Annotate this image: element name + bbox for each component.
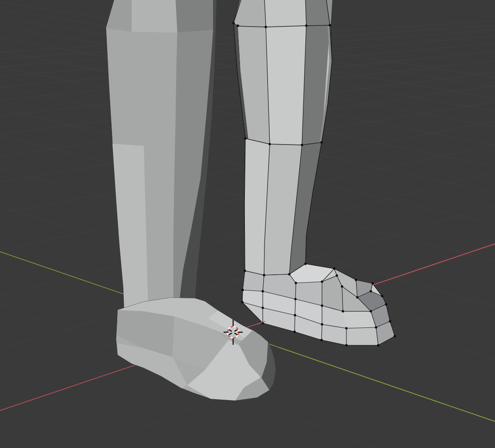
right-leg-facet-top-right [305,0,330,25]
right-foot-facet-cap-front-bright [343,311,376,328]
right-leg-facet-top-center [264,0,306,26]
mesh-vertex[interactable] [370,310,372,312]
mesh-vertex[interactable] [321,323,323,325]
mesh-vertex[interactable] [294,314,296,316]
mesh-vertex[interactable] [356,296,358,298]
right-leg-facet-mid-center [266,25,306,145]
mesh-vertex[interactable] [355,279,357,281]
mesh-vertex[interactable] [371,282,373,284]
mesh-vertex[interactable] [241,289,244,291]
mesh-vertex[interactable] [345,327,347,329]
mesh-vertex[interactable] [329,24,331,26]
mesh-vertex[interactable] [263,274,265,276]
mesh-vertex[interactable] [241,301,243,303]
mesh-vertex[interactable] [385,303,387,305]
mesh-vertex[interactable] [304,263,306,265]
mesh-vertex[interactable] [288,273,290,275]
viewport-container [0,0,495,448]
mesh-vertex[interactable] [237,24,239,27]
mesh-vertex[interactable] [261,307,264,309]
mesh-vertex[interactable] [333,267,335,269]
mesh-vertex[interactable] [232,22,234,24]
mesh-vertex[interactable] [393,335,396,337]
mesh-vertex[interactable] [389,320,391,322]
mesh-vertex[interactable] [244,269,246,272]
mesh-vertex[interactable] [294,298,296,300]
left-leg-facet-top-center [132,0,177,33]
mesh-vertex[interactable] [320,339,322,341]
mesh-vertex[interactable] [377,344,379,346]
blender-3d-viewport[interactable] [0,0,495,448]
mesh-vertex[interactable] [336,274,338,276]
left-leg-facet-top-right [176,0,213,33]
right-foot-facet-cap-bottom [346,327,378,345]
mesh-vertex[interactable] [381,295,383,297]
mesh-vertex[interactable] [345,344,347,346]
mesh-vertex[interactable] [301,144,303,146]
mesh-vertex[interactable] [268,143,271,145]
mesh-vertex[interactable] [321,280,323,283]
mesh-vertex[interactable] [261,290,264,292]
mesh-vertex[interactable] [341,285,343,287]
mesh-vertex[interactable] [244,137,246,139]
mesh-vertex[interactable] [305,24,307,27]
mesh-vertex[interactable] [321,304,323,307]
mesh-vertex[interactable] [320,141,322,143]
mesh-vertex[interactable] [342,310,344,312]
mesh-vertex[interactable] [370,290,372,292]
mesh-vertex[interactable] [264,26,267,28]
mesh-vertex[interactable] [295,282,297,284]
mesh-vertex[interactable] [375,326,377,328]
mesh-vertex[interactable] [293,330,295,333]
